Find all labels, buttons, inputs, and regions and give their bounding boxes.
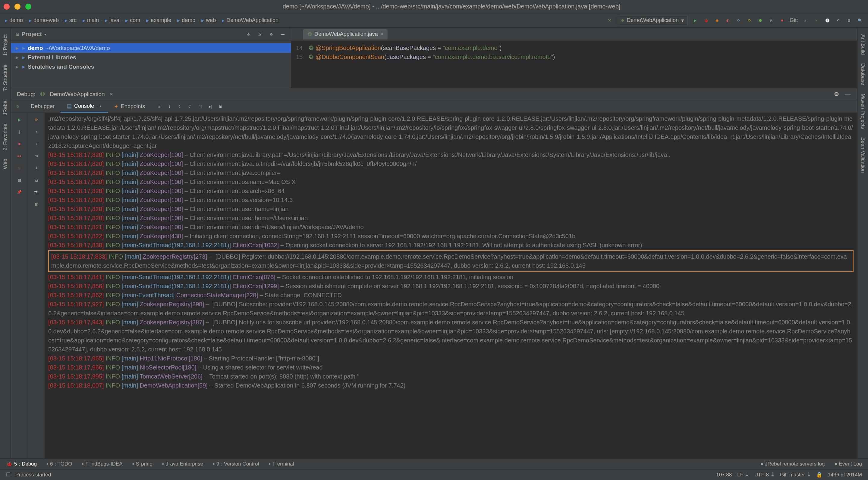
profile-icon[interactable]: ◐ <box>724 17 731 24</box>
hide-icon[interactable]: — <box>279 31 286 38</box>
breadcrumb-item[interactable]: ▸ java <box>105 17 119 24</box>
close-window[interactable] <box>4 4 10 10</box>
breadcrumb-item[interactable]: ▸ com <box>125 17 140 24</box>
maximize-window[interactable] <box>25 4 31 10</box>
scroll-down-icon[interactable]: ↓ <box>33 141 40 147</box>
soft-wrap-icon[interactable]: ⟲ <box>33 153 40 159</box>
jrebel-icon[interactable]: ⟳ <box>33 116 40 123</box>
bottom-tab[interactable]: ● Event Log <box>834 461 862 467</box>
drop-frame-icon[interactable]: ⬚ <box>197 103 204 110</box>
git-revert-icon[interactable]: ↶ <box>835 17 841 24</box>
print-icon[interactable]: 🖨 <box>33 177 40 183</box>
step-into-icon[interactable]: ⤵ <box>166 103 173 110</box>
rail-tab[interactable]: Ant Build <box>860 30 866 59</box>
scroll-up-icon[interactable]: ↑ <box>33 129 40 135</box>
collapse-icon[interactable]: ⇲ <box>256 31 263 38</box>
bottom-tab[interactable]: ▪ Spring <box>132 461 153 467</box>
settings-icon[interactable]: ⚙ <box>268 31 275 38</box>
breadcrumb-item[interactable]: ▸ web <box>201 17 216 24</box>
project-title[interactable]: Project <box>22 31 42 38</box>
tree-item[interactable]: ▸▸ demo ~/Workspace/JAVA/demo <box>11 43 291 53</box>
tree-item[interactable]: ▸▸ Scratches and Consoles <box>11 62 291 71</box>
bottom-tab[interactable]: ▪ FindBugs-IDEA <box>82 461 122 467</box>
stop-icon[interactable]: ■ <box>779 17 785 24</box>
force-step-icon[interactable]: ⤵ <box>176 103 183 110</box>
rail-tab[interactable]: 2: Favorites <box>2 119 8 155</box>
breadcrumb-item[interactable]: ▸ main <box>83 17 99 24</box>
clear-icon[interactable]: 🗑 <box>33 201 40 207</box>
resume-icon[interactable]: ▶ <box>16 116 23 123</box>
evaluate-icon[interactable]: 🖩 <box>217 103 224 110</box>
lock-icon[interactable]: 🔒 <box>816 472 823 478</box>
bottom-tab[interactable]: ▪ 6: TODO <box>46 461 72 467</box>
minimize-window[interactable] <box>14 4 21 10</box>
tree-item[interactable]: ▸▸ External Libraries <box>11 53 291 62</box>
bottom-tab[interactable]: ● JRebel remote servers log <box>761 461 825 467</box>
rail-tab[interactable]: Bean Validation <box>860 133 866 177</box>
project-tree[interactable]: ▸▸ demo ~/Workspace/JAVA/demo▸▸ External… <box>11 41 291 74</box>
hide-icon[interactable]: — <box>844 91 851 98</box>
rail-tab[interactable]: Web <box>2 155 8 173</box>
git-branch[interactable]: Git: master ⇣ <box>780 472 811 478</box>
endpoints-tab[interactable]: ✦Endpoints <box>108 101 151 112</box>
encoding[interactable]: UTF-8 ⇣ <box>754 472 775 478</box>
camera-icon[interactable]: 📷 <box>33 189 40 196</box>
build-icon[interactable]: ⚒ <box>606 17 613 24</box>
line-sep[interactable]: LF ⇣ <box>737 472 749 478</box>
status-icon[interactable]: ☐ <box>6 472 10 478</box>
run-configuration[interactable]: ● DemoWebApplication ▾ <box>617 16 688 25</box>
right-tool-rail: Ant BuildDatabaseMaven ProjectsBean Vali… <box>857 28 868 458</box>
rail-tab[interactable]: 1: Project <box>2 30 8 60</box>
console-output[interactable]: .m2/repository/org/slf4j/slf4j-api/1.7.2… <box>44 113 857 458</box>
jrebel-run-icon[interactable]: ⟳ <box>735 17 742 24</box>
android-icon[interactable]: ⬢ <box>757 17 764 24</box>
ide-settings-icon[interactable]: ⊞ <box>846 17 852 24</box>
search-icon[interactable]: 🔍 <box>857 17 863 24</box>
console-tab[interactable]: ▤Console → <box>61 100 108 113</box>
breadcrumb-item[interactable]: ▸ src <box>65 17 76 24</box>
project-view-icon[interactable]: ▤ <box>16 32 19 36</box>
breadcrumb-item[interactable]: ▸ demo-web <box>29 17 59 24</box>
stop-icon[interactable]: ■ <box>16 141 23 147</box>
debug-icon[interactable]: 🐞 <box>703 17 710 24</box>
scroll-end-icon[interactable]: ⤓ <box>33 165 40 171</box>
step-out-icon[interactable]: ⤴ <box>187 103 193 110</box>
bottom-tab[interactable]: ▪ Java Enterprise <box>162 461 203 467</box>
run-to-cursor-icon[interactable]: ▸| <box>207 103 214 110</box>
coverage-icon[interactable]: ◉ <box>714 17 720 24</box>
close-tab-icon[interactable]: × <box>380 31 384 37</box>
pin-icon[interactable]: 📌 <box>16 189 23 196</box>
breadcrumb-item[interactable]: ▸ demo <box>5 17 23 24</box>
step-over-icon[interactable]: ≡ <box>156 103 162 110</box>
gear-icon[interactable]: ⚙ <box>833 91 840 98</box>
memory-indicator[interactable]: 1436 of 2014M <box>828 472 862 478</box>
run-icon[interactable]: ▶ <box>692 17 699 24</box>
layout-icon[interactable]: ▦ <box>16 177 23 183</box>
breakpoints-icon[interactable]: ●● <box>16 153 23 159</box>
caret-position[interactable]: 107:88 <box>716 472 732 478</box>
code-area[interactable]: 1415 ❂ @SpringBootApplication(scanBasePa… <box>291 41 857 64</box>
rail-tab[interactable]: JRebel <box>2 95 8 119</box>
rail-tab[interactable]: 7: Structure <box>2 60 8 95</box>
bottom-tab[interactable]: 🐞 5: Debug <box>6 461 37 467</box>
close-icon[interactable]: × <box>110 91 113 98</box>
breadcrumb-item[interactable]: ▸ example <box>146 17 171 24</box>
rail-tab[interactable]: Maven Projects <box>860 90 866 133</box>
git-history-icon[interactable]: 🕐 <box>824 17 831 24</box>
mute-bp-icon[interactable]: ⦸ <box>16 165 23 171</box>
rail-tab[interactable]: Database <box>860 59 866 90</box>
breadcrumb-item[interactable]: ▸ DemoWebApplication <box>222 17 278 24</box>
debugger-tab[interactable]: Debugger <box>25 101 61 112</box>
locate-icon[interactable]: ✛ <box>245 31 252 38</box>
rerun-icon[interactable]: ↻ <box>14 103 21 110</box>
chevron-down-icon[interactable]: ▾ <box>44 32 46 36</box>
breadcrumb-item[interactable]: ▸ demo <box>177 17 195 24</box>
git-update-icon[interactable]: ↙ <box>802 17 809 24</box>
editor-tab[interactable]: ❂ DemoWebApplication.java × <box>303 29 388 39</box>
jrebel-debug-icon[interactable]: ⟳ <box>746 17 753 24</box>
attach-icon[interactable]: ⎘ <box>768 17 775 24</box>
git-commit-icon[interactable]: ✓ <box>813 17 820 24</box>
bottom-tab[interactable]: ▪ 9: Version Control <box>213 461 259 467</box>
bottom-tab[interactable]: ▪ Terminal <box>269 461 294 467</box>
pause-icon[interactable]: ‖ <box>16 129 23 135</box>
